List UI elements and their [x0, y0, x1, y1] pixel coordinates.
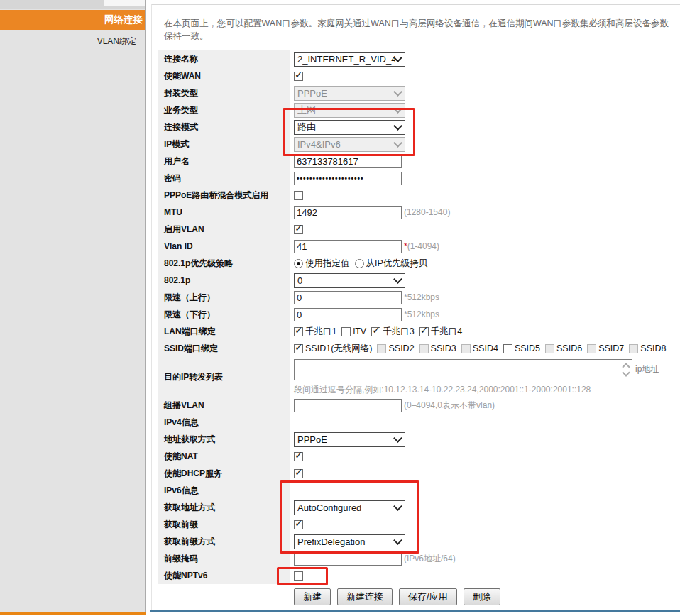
password-input[interactable]: ••••••••••••••••••••• [294, 172, 402, 185]
ssid-port-binding-option-2-label: SSID2 [388, 343, 414, 353]
vlan-id-input[interactable]: 41 [294, 240, 402, 253]
form-row-enable-vlan: 启用VLAN✓ [158, 221, 680, 238]
connection-mode-select[interactable]: 路由 [294, 120, 405, 135]
check-icon: ✓ [295, 342, 303, 352]
lan-port-binding-option-2[interactable]: iTV [341, 326, 366, 336]
lan-port-binding-option-1-label: 千兆口1 [305, 326, 336, 338]
ssid-port-binding-option-1[interactable]: ✓SSID1(无线网络) [294, 343, 372, 355]
dest-ip-forward-list-textarea[interactable] [294, 359, 632, 380]
connection-name-selected-value: 2_INTERNET_R_VID_41 [297, 54, 395, 65]
multicast-vlan-hint-text: (0–4094,0表示不带vlan) [404, 400, 495, 410]
connection-mode-selected-value: 路由 [297, 121, 395, 133]
enable-dhcp-checkbox[interactable]: ✓ [294, 469, 303, 478]
ssid-port-binding-option-4[interactable]: SSID4 [461, 343, 498, 353]
ssid-port-binding-option-8-label: SSID8 [640, 343, 666, 353]
row-control-get-prefix-mode: PrefixDelegation [290, 534, 680, 549]
save-apply-button[interactable]: 保存/应用 [399, 588, 457, 605]
row-label-enable-wan: 使能WAN [158, 67, 290, 84]
new-button[interactable]: 新建 [294, 588, 331, 605]
enable-nat-checkbox[interactable]: ✓ [294, 452, 303, 461]
row-control-lan-port-binding: ✓千兆口1iTV✓千兆口3✓千兆口4 [290, 326, 680, 338]
prefix-mask-input[interactable] [294, 552, 402, 566]
row-label-username: 用户名 [158, 153, 290, 170]
ipv4-address-mode-select[interactable]: PPPoE [294, 432, 405, 447]
dot1p-select[interactable]: 0 [294, 273, 405, 288]
form-row-connection-name: 连接名称2_INTERNET_R_VID_41 [158, 50, 680, 67]
rate-limit-up-input[interactable]: 0 [294, 291, 402, 304]
row-control-enable-vlan: ✓ [290, 225, 680, 234]
ssid-port-binding-option-7[interactable]: SSID7 [587, 343, 624, 353]
encapsulation-type-select: PPPoE [294, 86, 405, 101]
sidebar-item-network-connection-label: 网络连接 [104, 14, 143, 25]
ssid-port-binding-option-1-checkbox[interactable]: ✓ [294, 344, 303, 353]
lan-port-binding-option-2-checkbox[interactable] [341, 327, 351, 336]
dot1p-priority-policy-option-2-label: 从IP优先级拷贝 [366, 258, 428, 270]
ipv6-address-mode-select[interactable]: AutoConfigured [294, 500, 405, 515]
delete-button[interactable]: 删除 [464, 588, 500, 605]
dot1p-selected-value: 0 [297, 275, 395, 286]
form-row-prefix-mask: 前缀掩码(IPv6地址/64) [158, 550, 680, 567]
sidebar-item-network-connection[interactable]: 网络连接 [0, 10, 145, 30]
row-label-encapsulation-type: 封装类型 [158, 84, 290, 101]
ipv4-address-mode-selected-value: PPPoE [297, 434, 395, 445]
row-control-vlan-id: 41*(1-4094) [290, 240, 680, 253]
dest-ip-forward-list-suffix-label: ip地址 [635, 363, 659, 375]
dot1p-priority-policy-option-1[interactable]: 使用指定值 [294, 258, 350, 270]
row-control-ipv4-address-mode: PPPoE [290, 432, 680, 447]
row-label-dot1p: 802.1p [158, 272, 290, 289]
chevron-down-icon [393, 502, 402, 511]
mtu-input[interactable]: 1492 [294, 206, 402, 219]
row-label-enable-vlan: 启用VLAN [158, 221, 290, 238]
pppoe-hybrid-mode-checkbox[interactable] [294, 191, 303, 200]
radio-icon[interactable] [355, 259, 364, 268]
ssid-port-binding-option-7-label: SSID7 [598, 343, 624, 353]
row-label-pppoe-hybrid-mode: PPPoE路由桥混合模式启用 [158, 187, 290, 204]
multicast-vlan-input[interactable] [294, 399, 402, 412]
mtu-hint-text: (1280-1540) [404, 207, 450, 217]
username-input[interactable]: 637133781617 [294, 155, 402, 168]
ssid-port-binding-option-8-checkbox [629, 344, 638, 353]
mtu-hint: (1280-1540) [404, 207, 450, 217]
ssid-port-binding-option-5[interactable]: SSID5 [503, 343, 540, 353]
lan-port-binding-option-3-checkbox[interactable]: ✓ [371, 327, 380, 336]
radio-selected-icon[interactable] [294, 259, 303, 268]
lan-port-binding-option-3[interactable]: ✓千兆口3 [371, 326, 414, 338]
rate-limit-down-input[interactable]: 0 [294, 308, 402, 321]
chevron-down-icon [393, 138, 402, 148]
enable-wan-checkbox[interactable]: ✓ [294, 72, 303, 81]
ssid-port-binding-option-3[interactable]: SSID3 [419, 343, 456, 353]
enable-vlan-checkbox[interactable]: ✓ [294, 225, 303, 234]
form-row-ipv6-address-mode: 获取地址方式AutoConfigured [158, 499, 680, 516]
vlan-id-value: 41 [297, 241, 307, 252]
form-row-dest-ip-forward-list: 目的IP转发列表ip地址段间通过逗号分隔,例如:10.12.13.14-10.2… [158, 357, 680, 397]
sidebar-item-vlan-binding[interactable]: VLAN绑定 [0, 35, 145, 48]
lan-port-binding-option-4-checkbox[interactable]: ✓ [419, 327, 429, 336]
form-row-vlan-id: Vlan ID41*(1-4094) [158, 238, 680, 255]
row-label-dot1p-priority-policy: 802.1p优先级策略 [158, 255, 290, 272]
lan-port-binding-option-1[interactable]: ✓千兆口1 [294, 326, 336, 338]
ssid-port-binding-option-8[interactable]: SSID8 [629, 343, 666, 353]
dot1p-priority-policy-option-2[interactable]: 从IP优先级拷贝 [355, 258, 428, 270]
ssid-port-binding-option-5-checkbox[interactable] [503, 344, 512, 353]
form-row-ip-mode: IP模式IPv4&IPv6 [158, 136, 680, 153]
connection-name-select[interactable]: 2_INTERNET_R_VID_41 [294, 52, 405, 67]
lan-port-binding-option-4[interactable]: ✓千兆口4 [419, 326, 462, 338]
row-control-service-type: 上网 [290, 103, 680, 118]
ssid-port-binding-option-2[interactable]: SSID2 [377, 343, 414, 353]
check-icon: ✓ [372, 325, 380, 335]
mtu-value: 1492 [297, 207, 317, 218]
enable-nptv6-checkbox[interactable] [294, 571, 303, 581]
chevron-down-icon [393, 275, 402, 284]
form-row-dot1p: 802.1p0 [158, 272, 680, 289]
scroll-down-icon[interactable] [622, 368, 630, 376]
row-label-password: 密码 [158, 170, 290, 187]
prefix-mask-hint-text: (IPv6地址/64) [404, 554, 456, 563]
get-prefix-mode-select[interactable]: PrefixDelegation [294, 534, 405, 549]
get-prefix-checkbox[interactable]: ✓ [294, 520, 303, 529]
bottom-blue-line [150, 610, 680, 612]
chevron-down-icon [393, 87, 402, 97]
new-connection-button[interactable]: 新建连接 [337, 588, 393, 605]
lan-port-binding-option-1-checkbox[interactable]: ✓ [294, 327, 303, 336]
ip-mode-selected-value: IPv4&IPv6 [297, 139, 395, 150]
ssid-port-binding-option-6[interactable]: SSID6 [545, 343, 582, 353]
